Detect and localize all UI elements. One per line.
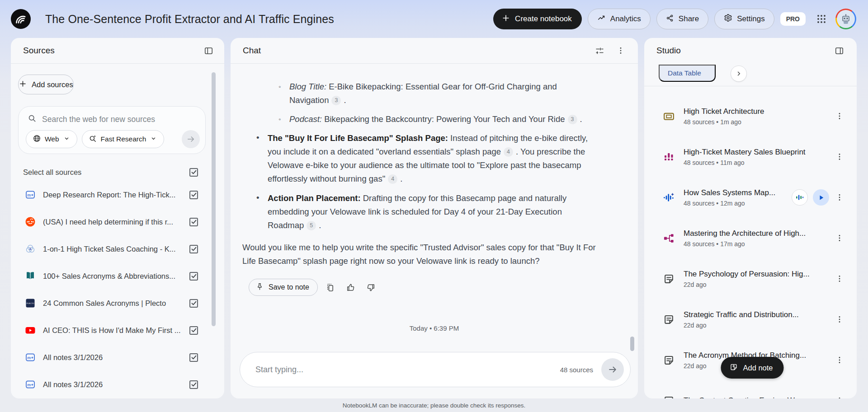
- settings-button[interactable]: Settings: [714, 9, 774, 29]
- source-list-item[interactable]: 1-on-1 High Ticket Sales Coaching - K...: [11, 235, 224, 262]
- source-search-input[interactable]: [42, 115, 198, 124]
- source-checkbox[interactable]: [189, 191, 198, 199]
- studio-item-actions: [834, 353, 845, 367]
- source-list-item[interactable]: m All notes 3/1/2026: [11, 344, 224, 371]
- source-list-item[interactable]: m Deep Research Report: The High-Tick...: [11, 181, 224, 208]
- source-checkbox[interactable]: [189, 299, 198, 308]
- item-more-menu-icon[interactable]: [834, 353, 845, 367]
- bullet-text: E-Bike Bikepacking: Essential Gear for O…: [289, 82, 557, 105]
- bullet-marker: •: [256, 131, 259, 145]
- studio-item-title: The Psychology of Persuasion: Hig...: [684, 270, 830, 279]
- plecto-icon: PLECTO: [24, 297, 36, 309]
- select-all-checkbox[interactable]: [189, 168, 198, 177]
- chat-more-menu-icon[interactable]: [614, 44, 627, 57]
- chat-sub-bullet: ◦ Blog Title: E-Bike Bikepacking: Essent…: [242, 80, 598, 107]
- search-submit-button[interactable]: [182, 130, 200, 148]
- user-avatar[interactable]: [835, 9, 856, 29]
- data-table-chip[interactable]: Data Table: [659, 65, 716, 82]
- create-notebook-button[interactable]: Create notebook: [493, 9, 582, 29]
- play-audio-button[interactable]: [813, 189, 829, 206]
- web-filter-dropdown[interactable]: Web: [26, 130, 77, 148]
- studio-item-meta: 48 sources • 11m ago: [684, 159, 830, 166]
- source-checkbox[interactable]: [189, 353, 198, 362]
- studio-item-actions: [834, 109, 845, 123]
- studio-item-actions: [834, 393, 845, 398]
- notebooklm-logo-icon[interactable]: [11, 9, 31, 29]
- globe-icon: [33, 134, 41, 145]
- source-list-item[interactable]: AI CEO: THIS is How I'd Make My First ..…: [11, 317, 224, 344]
- chevron-down-icon: [63, 135, 71, 144]
- youtube-icon: [24, 324, 36, 336]
- source-title: AI CEO: THIS is How I'd Make My First ..…: [43, 326, 189, 335]
- add-note-button[interactable]: Add note: [721, 357, 783, 379]
- research-mode-dropdown[interactable]: Fast Research: [82, 130, 165, 148]
- item-more-menu-icon[interactable]: [834, 312, 845, 327]
- notes-icon: m: [24, 189, 36, 201]
- citation-chip[interactable]: 5: [307, 221, 316, 230]
- studio-list-item[interactable]: The Content Creation Engine: Wee...: [644, 380, 857, 398]
- source-checkbox[interactable]: [189, 218, 198, 226]
- save-to-note-label: Save to note: [269, 283, 309, 291]
- source-checkbox[interactable]: [189, 245, 198, 253]
- collapse-studio-panel-icon[interactable]: [833, 44, 846, 57]
- item-more-menu-icon[interactable]: [834, 231, 845, 245]
- source-list-item[interactable]: 100+ Sales Acronyms & Abbreviations...: [11, 262, 224, 290]
- chat-sub-bullets: ◦ Blog Title: E-Bike Bikepacking: Essent…: [242, 80, 598, 126]
- collapse-sources-panel-icon[interactable]: [202, 44, 215, 57]
- source-checkbox[interactable]: [189, 380, 198, 389]
- save-to-note-button[interactable]: Save to note: [249, 279, 318, 296]
- thumbs-up-icon[interactable]: [343, 280, 359, 295]
- studio-list-item[interactable]: High-Ticket Mastery Sales Blueprint 48 s…: [644, 136, 857, 177]
- citation-chip[interactable]: 4: [388, 174, 397, 184]
- source-checkbox[interactable]: [189, 326, 198, 335]
- interactive-mode-button[interactable]: [792, 189, 808, 206]
- citation-chip[interactable]: 4: [504, 147, 513, 157]
- source-list-item[interactable]: PLECTO 24 Common Sales Acronyms | Plecto: [11, 290, 224, 317]
- source-title: 24 Common Sales Acronyms | Plecto: [43, 299, 189, 308]
- source-list-item[interactable]: (USA) I need help determining if this r.…: [11, 208, 224, 235]
- bullet-suffix: .: [400, 174, 402, 183]
- studio-item-meta: 48 sources • 1m ago: [684, 118, 830, 126]
- trending-up-icon: [597, 14, 606, 24]
- sources-scrollbar[interactable]: [212, 72, 216, 326]
- add-sources-button[interactable]: Add sources: [18, 75, 74, 94]
- apps-grid-icon[interactable]: [813, 11, 830, 27]
- studio-list-item[interactable]: Strategic Traffic and Distribution... 22…: [644, 299, 857, 340]
- item-more-menu-icon[interactable]: [834, 190, 845, 205]
- source-title: Deep Research Report: The High-Tick...: [43, 191, 189, 199]
- analytics-button[interactable]: Analytics: [588, 9, 651, 29]
- chat-bullet: • Action Plan Placement: Drafting the co…: [242, 192, 598, 232]
- studio-list-item[interactable]: High Ticket Architecture 48 sources • 1m…: [644, 96, 857, 136]
- notebook-title[interactable]: The One-Sentence Profit Extractor and AI…: [45, 13, 334, 26]
- citation-chip[interactable]: 3: [331, 96, 341, 105]
- studio-list-item[interactable]: The Psychology of Persuasion: Hig... 22d…: [644, 258, 857, 299]
- copy-icon[interactable]: [322, 280, 338, 295]
- bullet-suffix: .: [344, 95, 346, 105]
- divider: [11, 63, 224, 64]
- bullet-marker: ◦: [278, 112, 281, 126]
- item-more-menu-icon[interactable]: [834, 393, 845, 398]
- settings-label: Settings: [737, 14, 764, 23]
- studio-item-title: High-Ticket Mastery Sales Blueprint: [684, 148, 830, 157]
- share-button[interactable]: Share: [656, 9, 708, 29]
- studio-list-item[interactable]: How Sales Systems Map... 48 sources • 12…: [644, 177, 857, 218]
- studio-list-item[interactable]: Mastering the Architecture of High... 48…: [644, 218, 857, 258]
- chat-scrollbar[interactable]: [630, 337, 634, 351]
- item-more-menu-icon[interactable]: [834, 150, 845, 164]
- send-message-button[interactable]: [601, 358, 624, 381]
- chips-scroll-right-icon[interactable]: [731, 66, 747, 82]
- chat-message-input[interactable]: [255, 365, 560, 375]
- citation-chip[interactable]: 3: [568, 115, 577, 124]
- studio-item-meta: 48 sources • 17m ago: [684, 240, 830, 248]
- chat-settings-tune-icon[interactable]: [593, 44, 606, 57]
- item-more-menu-icon[interactable]: [834, 272, 845, 286]
- studio-panel: Studio Data Table High Ticket Architectu…: [644, 38, 857, 398]
- thumbs-down-icon[interactable]: [363, 280, 379, 295]
- source-title: 1-on-1 High Ticket Sales Coaching - K...: [43, 245, 189, 253]
- chat-message: ◦ Blog Title: E-Bike Bikepacking: Essent…: [231, 64, 638, 296]
- item-more-menu-icon[interactable]: [834, 109, 845, 123]
- source-checkbox[interactable]: [189, 272, 198, 281]
- select-all-row: Select all sources: [11, 166, 224, 178]
- source-list-item[interactable]: m All notes 3/1/2026: [11, 371, 224, 398]
- chat-panel: Chat ◦ Blog Title: E-Bike Bik: [231, 38, 638, 398]
